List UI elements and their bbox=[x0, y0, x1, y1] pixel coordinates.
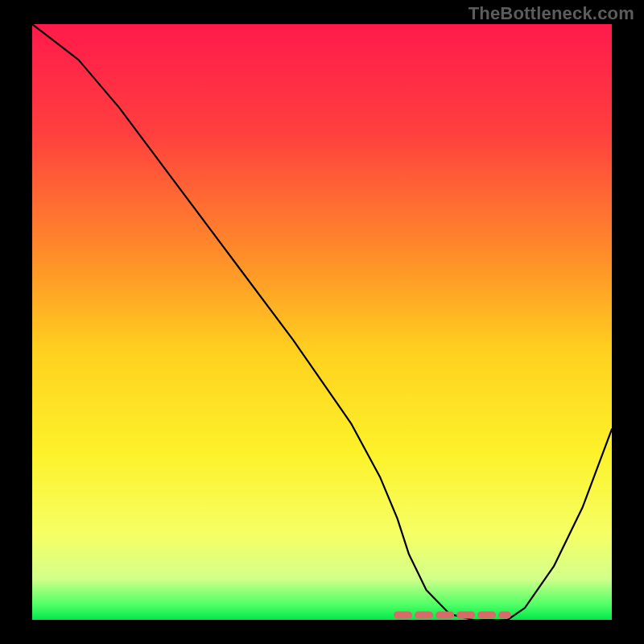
gradient-background bbox=[32, 24, 612, 620]
plot-area bbox=[32, 24, 612, 620]
watermark-text: TheBottleneck.com bbox=[469, 3, 634, 24]
chart-svg bbox=[32, 24, 612, 620]
chart-frame: TheBottleneck.com bbox=[0, 0, 644, 644]
